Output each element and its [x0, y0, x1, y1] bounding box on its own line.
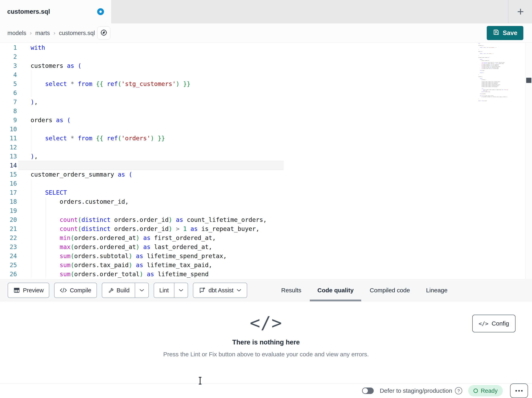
tab-results[interactable]: Results: [281, 279, 302, 301]
code-text: with: [31, 43, 45, 52]
tab-bar-divider: [508, 0, 508, 23]
compile-button[interactable]: Compile: [54, 283, 97, 298]
code-line[interactable]: 5 select * from {{ ref('stg_customers') …: [0, 79, 532, 88]
code-text: count(distinct orders.order_id) as count…: [31, 215, 267, 224]
result-tab-strip: ResultsCode qualityCompiled codeLineage: [281, 279, 448, 301]
navigate-to-file-button[interactable]: [97, 26, 110, 40]
lint-button[interactable]: Lint: [154, 283, 174, 298]
toggle-knob: [363, 388, 368, 393]
line-number: 21: [0, 224, 17, 233]
code-line[interactable]: 25 sum(orders.tax_paid) as lifetime_tax_…: [0, 261, 532, 270]
editor-toolbar: Preview Compile Build: [0, 279, 532, 301]
code-line[interactable]: 10: [0, 125, 532, 134]
line-number: 5: [0, 79, 17, 88]
minimap-line: select * from joined: [478, 100, 509, 101]
build-label: Build: [117, 287, 130, 294]
code-line[interactable]: 7),: [0, 98, 532, 106]
code-line[interactable]: 11 select * from {{ ref('orders') }}: [0, 134, 532, 143]
tab-compiled-code[interactable]: Compiled code: [369, 279, 410, 301]
dbt-assist-label: dbt Assist: [209, 287, 234, 294]
breadcrumb-item-customers-sql[interactable]: customers.sql: [59, 30, 95, 36]
assist-chat-sparkle-icon: [198, 287, 206, 294]
code-line[interactable]: 17 SELECT: [0, 188, 532, 197]
help-icon[interactable]: ?: [455, 387, 462, 394]
code-text: select * from {{ ref('orders') }}: [31, 134, 165, 143]
code-text: select * from {{ ref('stg_customers') }}: [31, 79, 190, 88]
code-text: orders as (: [31, 116, 71, 125]
minimap[interactable]: withcustomers as ( select * from {{ ref(…: [478, 43, 509, 104]
tab-title: customers.sql: [7, 8, 50, 15]
code-line[interactable]: 2: [0, 52, 532, 61]
dbt-assist-button[interactable]: dbt Assist: [193, 283, 247, 298]
breadcrumb-item-marts[interactable]: marts: [35, 30, 50, 36]
line-number: 7: [0, 98, 17, 106]
code-line[interactable]: 6: [0, 88, 532, 98]
code-line[interactable]: 20 count(distinct orders.order_id) as co…: [0, 215, 532, 224]
line-number: 16: [0, 179, 17, 188]
breadcrumb-item-models[interactable]: models: [7, 30, 26, 36]
defer-toggle[interactable]: [362, 388, 374, 394]
config-button[interactable]: </> Config: [472, 315, 516, 332]
code-line[interactable]: 18 orders.customer_id,: [0, 197, 532, 206]
breadcrumb: models›marts›customers.sql: [7, 23, 95, 43]
line-number: 25: [0, 261, 17, 270]
lint-dropdown-button[interactable]: [174, 283, 188, 298]
code-line[interactable]: 12: [0, 143, 532, 152]
tab-lineage[interactable]: Lineage: [426, 279, 448, 301]
line-number: 1: [0, 43, 17, 52]
tab-customers-sql[interactable]: customers.sql: [0, 0, 111, 23]
code-line[interactable]: 8: [0, 106, 532, 116]
preview-button[interactable]: Preview: [8, 283, 49, 298]
code-text: min(orders.ordered_at) as first_ordered_…: [31, 233, 216, 242]
code-glyph-icon: </>: [0, 313, 532, 333]
code-text: sum(orders.tax_paid) as lifetime_tax_pai…: [31, 261, 212, 270]
compass-icon: [100, 29, 108, 37]
line-number: 23: [0, 242, 17, 251]
code-text: max(orders.ordered_at) as last_ordered_a…: [31, 242, 212, 251]
more-options-button[interactable]: •••: [510, 384, 528, 398]
build-button[interactable]: Build: [102, 283, 135, 298]
preview-label: Preview: [23, 287, 44, 294]
toolbar-divider: [266, 281, 266, 300]
code-line[interactable]: 22 min(orders.ordered_at) as first_order…: [0, 233, 532, 242]
code-line[interactable]: 15customer_orders_summary as (: [0, 170, 532, 179]
code-line[interactable]: 19: [0, 206, 532, 215]
code-line[interactable]: 26 sum(orders.order_total) as lifetime_s…: [0, 270, 532, 279]
build-dropdown-button[interactable]: [135, 283, 148, 298]
code-line[interactable]: 1with: [0, 43, 532, 52]
new-tab-button[interactable]: +: [512, 3, 529, 20]
code-line[interactable]: 23 max(orders.ordered_at) as last_ordere…: [0, 242, 532, 251]
ready-status-badge[interactable]: Ready: [468, 385, 503, 396]
lint-label: Lint: [159, 287, 169, 294]
wrench-icon: [108, 287, 114, 294]
line-number: 19: [0, 206, 17, 215]
save-label: Save: [503, 29, 517, 37]
line-number: 10: [0, 125, 17, 134]
editor-scrollbar-thumb[interactable]: [526, 78, 531, 83]
code-line[interactable]: 16: [0, 179, 532, 188]
code-text: ),: [31, 98, 38, 106]
table-grid-icon: [13, 287, 20, 294]
tab-code-quality[interactable]: Code quality: [317, 279, 354, 301]
compile-label: Compile: [70, 287, 91, 294]
line-number: 13: [0, 152, 17, 161]
code-line[interactable]: 4: [0, 70, 532, 79]
code-line[interactable]: 9orders as (: [0, 116, 532, 125]
code-line[interactable]: 13),: [0, 152, 532, 161]
line-number: 9: [0, 116, 17, 125]
breadcrumb-separator: ›: [53, 30, 55, 36]
code-editor[interactable]: 1with23customers as (45 select * from {{…: [0, 43, 532, 279]
save-button[interactable]: Save: [487, 26, 523, 40]
code-line[interactable]: 24 sum(orders.subtotal) as lifetime_spen…: [0, 251, 532, 261]
code-text: sum(orders.subtotal) as lifetime_spend_p…: [31, 251, 227, 261]
build-split-button: Build: [102, 283, 149, 298]
code-line[interactable]: 14: [0, 161, 532, 170]
line-number: 20: [0, 215, 17, 224]
config-label: Config: [492, 320, 509, 327]
code-line[interactable]: 3customers as (: [0, 61, 532, 70]
code-quality-panel: </> There is nothing here Press the Lint…: [0, 301, 532, 383]
code-brackets-icon: </>: [479, 320, 488, 327]
line-number: 26: [0, 270, 17, 279]
code-line[interactable]: 21 count(distinct orders.order_id) > 1 a…: [0, 224, 532, 233]
line-number: 8: [0, 106, 17, 116]
